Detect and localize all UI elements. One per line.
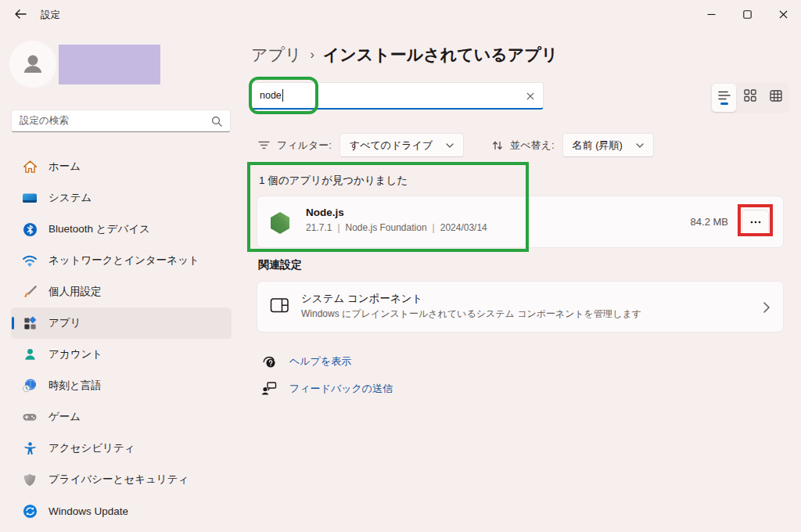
maximize-icon [743,10,752,19]
feedback-icon [261,381,277,396]
sort-dropdown[interactable]: 名前 (昇順) [562,133,654,157]
arrow-left-icon [14,9,27,19]
bluetooth-icon [22,221,38,237]
sidebar-item-label: ネットワークとインターネット [48,253,199,268]
sidebar-item-gaming[interactable]: ゲーム [11,401,232,433]
app-publisher: Node.js Foundation [346,222,427,233]
person-icon [20,51,46,77]
selected-view-indicator [720,102,728,105]
accessibility-icon [22,440,38,456]
chevron-right-icon [763,302,770,313]
system-icon [22,190,38,206]
meta-separator: | [433,222,435,233]
sidebar-item-label: ホーム [48,160,81,174]
breadcrumb-separator: › [310,48,314,62]
sidebar-item-system[interactable]: システム [11,182,232,214]
app-size: 84.2 MB [691,216,728,228]
sidebar-item-privacy[interactable]: プライバシーとセキュリティ [11,464,232,495]
sidebar-item-home[interactable]: ホーム [11,151,232,182]
home-icon [22,159,38,174]
clear-search-button[interactable] [521,87,540,106]
sidebar-item-accessibility[interactable]: アクセシビリティ [11,433,232,464]
back-button[interactable] [8,2,33,26]
sidebar-item-network[interactable]: ネットワークとインターネット [11,245,232,276]
filter-dropdown[interactable]: すべてのドライブ [339,133,464,157]
sidebar-item-label: アプリ [48,316,81,330]
system-components-description: Windows にプレインストールされているシステム コンポーネントを管理します [301,307,641,321]
grid-view-button[interactable] [738,84,762,112]
send-feedback-link[interactable]: フィードバックの送信 [261,381,393,396]
sort-icon [492,141,503,150]
more-options-button[interactable] [742,210,769,235]
close-button[interactable] [765,0,801,28]
sidebar-item-bluetooth[interactable]: Bluetooth とデバイス [11,214,232,245]
avatar[interactable] [9,41,56,88]
sidebar-item-time-language[interactable]: 時刻と言語 [11,370,232,401]
search-icon [211,116,222,127]
chevron-down-icon [446,143,454,148]
app-install-date: 2024/03/14 [440,222,487,233]
table-view-button[interactable] [763,84,788,112]
text-caret [282,89,283,102]
get-help-label: ヘルプを表示 [289,354,351,368]
breadcrumb: アプリ › インストールされているアプリ [251,42,558,67]
sidebar-item-label: アクセシビリティ [48,441,135,455]
sidebar-item-label: システム [48,191,92,205]
app-name: Node.js [306,207,344,218]
sidebar-item-label: ゲーム [48,410,81,424]
app-version: 21.7.1 [306,222,332,233]
sort-dropdown-value: 名前 (昇順) [573,138,623,153]
nodejs-icon [268,210,292,235]
gaming-icon [22,409,38,425]
chevron-down-icon [636,143,644,148]
sidebar-item-accounts[interactable]: アカウント [11,339,232,370]
filter-label: フィルター: [277,138,332,153]
list-view-icon [718,91,731,100]
window-title: 設定 [41,9,60,22]
system-components-icon [270,297,289,314]
filter-sort-row: フィルター: すべてのドライブ 並べ替え: 名前 (昇順) [258,133,654,157]
sidebar-item-personalization[interactable]: 個人用設定 [11,276,232,307]
filter-icon [258,141,270,149]
table-view-icon [770,90,782,102]
app-meta: 21.7.1|Node.js Foundation|2024/03/14 [306,222,487,233]
breadcrumb-parent[interactable]: アプリ [251,44,301,66]
sidebar-item-label: 個人用設定 [48,285,102,299]
app-list-item-nodejs: Node.js 21.7.1|Node.js Foundation|2024/0… [257,196,784,248]
time-language-icon [22,378,38,394]
sidebar-item-label: 時刻と言語 [48,379,102,393]
window-controls [693,0,801,28]
accounts-icon [22,347,38,362]
help-icon [261,354,277,369]
personalization-icon [22,284,38,300]
result-count: 1 個のアプリが見つかりました [259,174,408,188]
maximize-button[interactable] [729,0,765,28]
app-search-input[interactable]: node [250,82,544,110]
minimize-button[interactable] [693,0,729,28]
sidebar-item-label: プライバシーとセキュリティ [48,473,189,487]
sidebar-item-label: Windows Update [48,505,128,517]
list-view-button[interactable] [712,84,736,112]
view-toggle-group [710,82,789,113]
related-settings-heading: 関連設定 [258,258,302,272]
app-search-value: node [260,90,282,101]
send-feedback-label: フィードバックの送信 [289,382,393,396]
settings-search-input[interactable]: 設定の検索 [11,110,231,132]
get-help-link[interactable]: ヘルプを表示 [261,354,351,369]
sidebar-item-label: Bluetooth とデバイス [48,222,150,236]
meta-separator: | [337,222,339,233]
ellipsis-icon [750,221,761,224]
sidebar-item-apps[interactable]: アプリ [11,307,232,339]
windows-update-icon [22,503,38,519]
system-components-card[interactable]: システム コンポーネント Windows にプレインストールされているシステム … [257,281,784,332]
sidebar-item-label: アカウント [48,347,102,361]
titlebar: 設定 [0,0,801,28]
page-title: インストールされているアプリ [323,44,558,66]
settings-search-placeholder: 設定の検索 [20,114,211,128]
apps-icon [22,315,38,331]
minimize-icon [707,10,716,19]
sidebar-item-windows-update[interactable]: Windows Update [11,495,232,527]
close-icon [779,10,788,19]
system-components-title: システム コンポーネント [301,292,422,306]
filter-dropdown-value: すべてのドライブ [350,138,433,153]
